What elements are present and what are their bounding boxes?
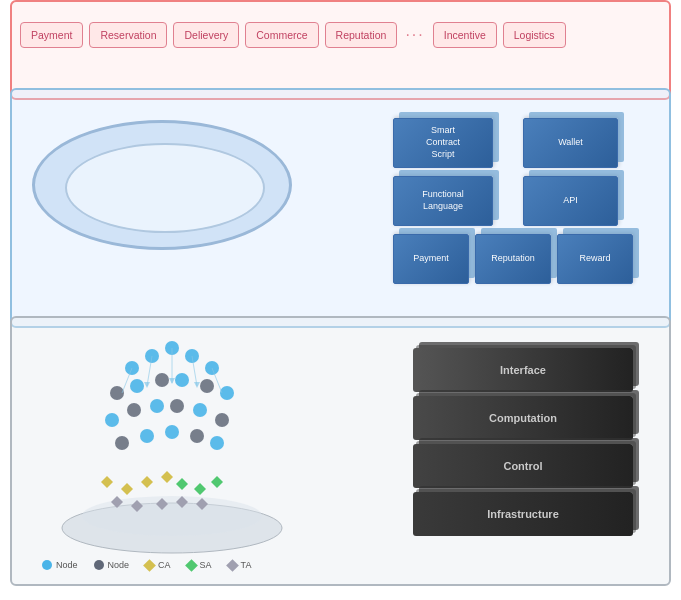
legend-label: CA	[158, 560, 171, 570]
ware-blocks-container: Smart Contract ScriptWalletFunctional La…	[393, 118, 653, 318]
block-reward: Reward	[557, 234, 633, 284]
svg-point-12	[220, 386, 234, 400]
application-layer: PaymentReservationDelieveryCommerceReput…	[10, 0, 671, 100]
torus-inner	[65, 143, 265, 233]
node-network	[22, 328, 322, 568]
app-dots: ···	[403, 26, 426, 44]
block-payment: Payment	[393, 234, 469, 284]
server-stack: InterfaceComputationControlInfrastructur…	[413, 348, 653, 540]
app-box-delievery: Delievery	[173, 22, 239, 48]
svg-point-7	[110, 386, 124, 400]
application-layer-boxes: PaymentReservationDelieveryCommerceReput…	[20, 8, 661, 48]
app-box-logistics: Logistics	[503, 22, 566, 48]
svg-point-20	[140, 429, 154, 443]
svg-point-19	[115, 436, 129, 450]
svg-marker-28	[176, 478, 188, 490]
svg-point-15	[150, 399, 164, 413]
legend-diamond-icon	[143, 559, 156, 572]
svg-point-10	[175, 373, 189, 387]
legend-item-node: Node	[42, 560, 78, 570]
svg-marker-29	[194, 483, 206, 495]
app-box-reputation: Reputation	[325, 22, 398, 48]
svg-point-8	[130, 379, 144, 393]
node-network-svg	[22, 328, 322, 558]
svg-point-17	[193, 403, 207, 417]
app-box-payment: Payment	[20, 22, 83, 48]
svg-marker-43	[194, 382, 200, 388]
legend-dot-icon	[94, 560, 104, 570]
legend: NodeNodeCASATA	[42, 560, 251, 570]
app-box-incentive: Incentive	[433, 22, 497, 48]
legend-item-ta: TA	[228, 560, 252, 570]
diagram-wrapper: PaymentReservationDelieveryCommerceReput…	[0, 0, 681, 600]
server-block-control: Control	[413, 444, 633, 488]
app-box-commerce: Commerce	[245, 22, 318, 48]
svg-point-13	[105, 413, 119, 427]
server-block-computation: Computation	[413, 396, 633, 440]
torus-outer	[32, 120, 292, 250]
svg-marker-27	[161, 471, 173, 483]
block-functional-language: Functional Language	[393, 176, 493, 226]
svg-point-22	[190, 429, 204, 443]
svg-marker-42	[144, 382, 150, 388]
legend-item-ca: CA	[145, 560, 171, 570]
svg-point-23	[210, 436, 224, 450]
block-wallet: Wallet	[523, 118, 618, 168]
server-block-infrastructure: Infrastructure	[413, 492, 633, 536]
core-layer: InterfaceComputationControlInfrastructur…	[10, 316, 671, 586]
svg-marker-30	[211, 476, 223, 488]
svg-point-14	[127, 403, 141, 417]
svg-marker-24	[101, 476, 113, 488]
ware-layer: Smart Contract ScriptWalletFunctional La…	[10, 88, 671, 328]
svg-point-16	[170, 399, 184, 413]
svg-point-9	[155, 373, 169, 387]
legend-dot-icon	[42, 560, 52, 570]
block-reputation: Reputation	[475, 234, 551, 284]
app-box-reservation: Reservation	[89, 22, 167, 48]
block-smart-contract-script: Smart Contract Script	[393, 118, 493, 168]
legend-item-node: Node	[94, 560, 130, 570]
svg-marker-41	[169, 378, 175, 384]
svg-point-21	[165, 425, 179, 439]
legend-diamond-icon	[185, 559, 198, 572]
legend-diamond-icon	[226, 559, 239, 572]
legend-label: Node	[56, 560, 78, 570]
svg-point-1	[82, 496, 262, 536]
block-api: API	[523, 176, 618, 226]
svg-point-18	[215, 413, 229, 427]
torus-container	[32, 120, 292, 250]
legend-label: SA	[200, 560, 212, 570]
server-block-interface: Interface	[413, 348, 633, 392]
svg-marker-26	[141, 476, 153, 488]
svg-marker-25	[121, 483, 133, 495]
legend-label: Node	[108, 560, 130, 570]
legend-item-sa: SA	[187, 560, 212, 570]
svg-point-11	[200, 379, 214, 393]
legend-label: TA	[241, 560, 252, 570]
block-grid: Smart Contract ScriptWalletFunctional La…	[393, 118, 653, 308]
